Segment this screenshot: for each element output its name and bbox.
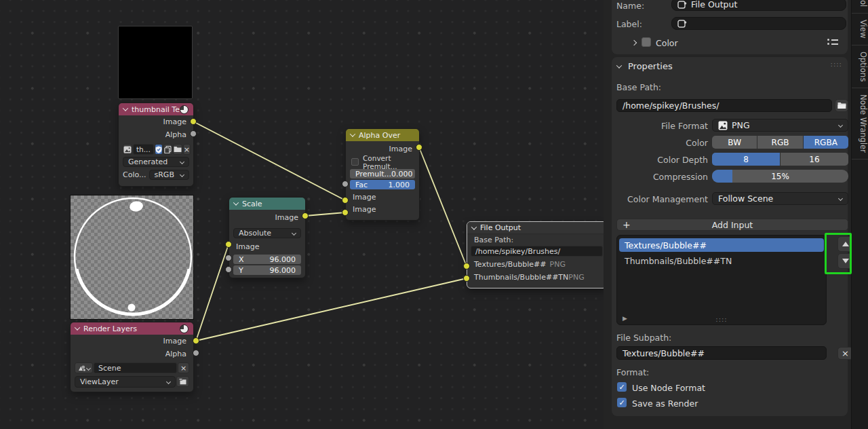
checkbox-icon[interactable] [351,158,359,166]
scale-x-field[interactable]: X 96.000 [233,255,301,264]
file-subpath-field[interactable]: Textures/Bubble## [616,346,827,360]
sidebar-tab-strip: ol View Options Node Wrangler [851,0,868,429]
alpha-over-input-image-1: Image [353,193,376,202]
socket-thumbnail-image-out[interactable] [190,118,197,125]
socket-thumbnail-alpha-out[interactable] [190,130,197,137]
collapse-chevron-icon[interactable] [123,105,128,111]
socket-alphaover-image1-in[interactable] [342,197,349,204]
fac-field[interactable]: Fac 1.000 [350,180,415,189]
tab-view[interactable]: View [852,14,868,45]
preview-sphere-icon[interactable] [180,105,189,114]
node-editor: thumbnail TempL Image Alpha th... × Gene… [0,0,868,429]
socket-alphaover-image-out[interactable] [416,144,422,151]
image-browse-icon[interactable] [123,144,132,155]
tab-tool-partial[interactable]: ol [852,0,868,14]
render-layer-icon[interactable] [176,376,189,387]
node-base-path-field[interactable]: /home/spikey/Brushes/ [471,246,603,257]
node-alpha-over[interactable]: Alpha Over Image Convert Premult... Prem… [345,128,420,221]
chevron-down-icon [180,172,184,177]
panel-grip-icon[interactable]: :::: [831,60,842,68]
view-layer-select[interactable]: ViewLayer [75,376,176,388]
alpha-over-node-header[interactable]: Alpha Over [346,129,419,141]
scale-x-value: 96.000 [270,255,296,264]
image-source-select[interactable]: Generated [123,157,189,167]
scale-node-header[interactable]: Scale [229,198,305,210]
render-layers-node-header[interactable]: Render Layers [71,322,193,335]
node-name-field[interactable]: File Output [671,0,846,11]
annotation-highlight-box [825,233,852,274]
convert-premult-checkbox[interactable]: Convert Premult... [346,156,419,168]
node-color-swatch[interactable] [642,37,651,47]
socket-alphaover-image2-in[interactable] [342,209,349,216]
collapse-chevron-icon[interactable] [75,324,80,330]
save-as-render-checkbox[interactable]: ✓ [617,398,627,407]
color-mode-bw[interactable]: BW [712,136,757,149]
socket-alphaover-fac-in[interactable] [342,181,349,187]
node-scale[interactable]: Scale Image Absolute Image X 96.000 Y 96… [229,197,306,278]
use-node-format-checkbox[interactable]: ✓ [617,382,627,392]
color-mode-rgba[interactable]: RGBA [804,136,848,149]
scene-datablock-icon[interactable] [75,362,93,373]
file-format-dropdown[interactable]: PNG [712,119,848,132]
node-base-path-label: Base Path: [474,236,513,244]
base-path-field[interactable]: /home/spikey/Brushes/ [616,99,832,112]
node-render-layers[interactable]: Render Layers Image Alpha Scene × ViewLa… [70,322,194,392]
color-depth-16[interactable]: 16 [781,153,848,166]
list-filter-expand-icon[interactable]: ▶ [623,315,627,322]
chevron-down-icon [292,231,296,236]
fake-user-shield-icon[interactable] [155,144,163,155]
expand-chevron-icon[interactable] [631,40,637,45]
list-resize-grip-icon[interactable]: :::: [715,316,727,323]
thumbnail-node-header[interactable]: thumbnail TempL [119,103,193,115]
color-depth-8[interactable]: 8 [712,153,780,166]
add-input-button[interactable]: + Add Input [616,219,848,231]
plus-icon: + [623,219,631,230]
image-format-icon [718,121,728,130]
compression-label: Compression [612,172,708,182]
socket-scale-image-out[interactable] [302,212,309,219]
preview-sphere-icon[interactable] [180,324,189,333]
socket-renderlayers-alpha-out[interactable] [193,350,199,356]
scale-node-title: Scale [242,200,262,208]
node-thumbnail-image[interactable]: thumbnail TempL Image Alpha th... × Gene… [118,102,194,187]
tab-options[interactable]: Options [852,45,868,88]
copy-datablock-icon[interactable] [163,144,172,155]
color-mode-rgb[interactable]: RGB [757,136,802,149]
socket-scale-y-in[interactable] [225,266,232,273]
open-folder-icon[interactable] [173,144,182,155]
color-management-dropdown[interactable]: Follow Scene [712,192,848,205]
node-label-field[interactable] [671,17,846,30]
socket-scale-image-in[interactable] [225,241,232,248]
collapse-chevron-icon[interactable] [233,200,239,205]
color-depth-segment: 8 16 [712,153,848,166]
base-path-label: Base Path: [616,82,661,92]
file-slot-item-selected[interactable]: Textures/Bubble## [619,238,824,252]
color-depth-label: Color Depth [612,155,708,165]
tab-node-wrangler[interactable]: Node Wrangler [852,88,868,160]
socket-fileoutput-thumbnails-in[interactable] [463,275,470,282]
compression-slider[interactable]: 15% [712,170,848,183]
unlink-x-icon[interactable]: × [178,362,189,373]
file-output-node-title: File Output [480,223,521,232]
premult-field[interactable]: Premult... 0.000 [350,169,415,179]
collapse-chevron-icon[interactable] [350,131,355,136]
chevron-down-icon [838,123,843,128]
file-slot-item[interactable]: Thumbnails/Bubble##TN [619,254,824,267]
collapse-chevron-icon[interactable] [471,224,477,229]
socket-fileoutput-textures-in[interactable] [463,263,470,269]
image-name-field[interactable]: th... [133,144,154,155]
scale-mode-select[interactable]: Absolute [233,228,301,238]
unlink-x-icon[interactable]: × [183,144,191,155]
file-output-node-header[interactable]: File Output [467,222,606,234]
color-space-select[interactable]: sRGB [149,170,190,180]
scale-y-field[interactable]: Y 96.000 [233,265,301,275]
scale-y-label: Y [239,266,243,275]
node-file-output[interactable]: File Output Base Path: /home/spikey/Brus… [467,221,607,288]
color-management-value: Follow Scene [718,193,773,204]
collapse-chevron-icon[interactable] [616,62,622,68]
socket-renderlayers-image-out[interactable] [193,337,199,344]
scene-name-field[interactable]: Scene [94,362,177,373]
socket-scale-x-in[interactable] [225,255,232,261]
folder-browse-button[interactable] [835,99,848,112]
bullet-list-icon[interactable] [827,39,838,45]
